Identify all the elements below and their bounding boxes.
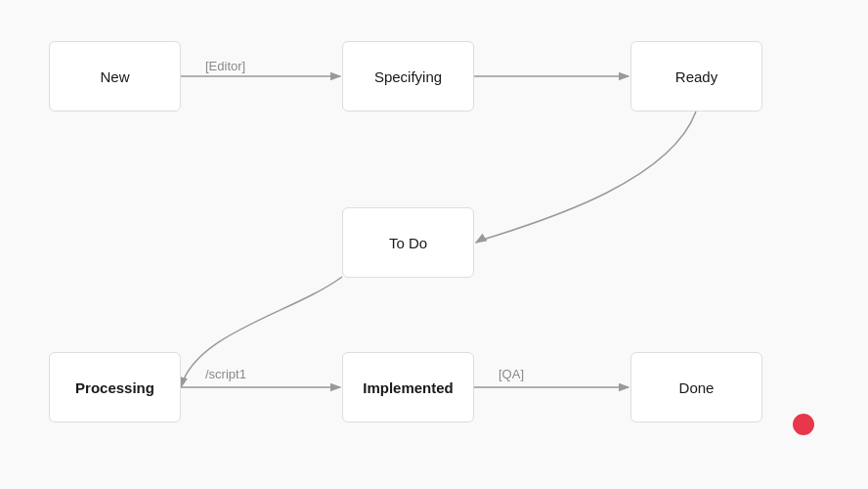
edge-label-qa: [QA]	[499, 367, 524, 381]
node-ready[interactable]: Ready	[630, 41, 762, 111]
node-todo[interactable]: To Do	[342, 207, 474, 278]
red-dot[interactable]	[793, 414, 814, 435]
diagram-container: New Specifying Ready To Do Processing Im…	[0, 0, 868, 489]
edge-label-editor: [Editor]	[205, 59, 245, 73]
edge-label-script1: /script1	[205, 367, 246, 381]
node-new[interactable]: New	[49, 41, 181, 111]
node-implemented[interactable]: Implemented	[342, 352, 474, 422]
node-done[interactable]: Done	[630, 352, 762, 422]
node-specifying[interactable]: Specifying	[342, 41, 474, 111]
node-processing[interactable]: Processing	[49, 352, 181, 422]
